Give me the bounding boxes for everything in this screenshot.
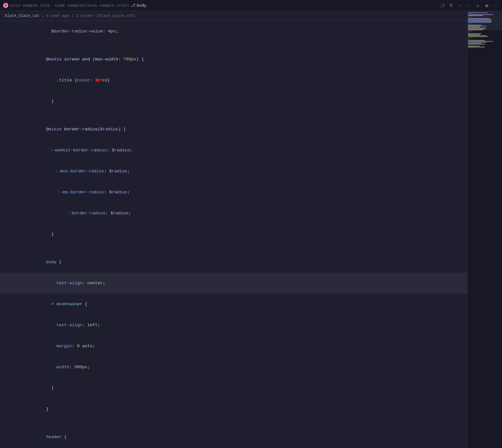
code-editor[interactable]: $border-radius-value: 4px; ⌄ @media scre… [0, 21, 467, 445]
code-line: } [0, 224, 467, 245]
more-menu-button[interactable]: ··· [492, 2, 499, 9]
go-forward-button[interactable]: → [466, 2, 472, 9]
breadcrumb: scss-sample.scss code samples\scss-sampl… [10, 3, 147, 8]
code-line: $border-radius-value: 4px; [0, 21, 467, 42]
code-line: ⌄ > #container { [0, 294, 467, 315]
code-line: -ms-border-radius: $radius; [0, 182, 467, 203]
code-line: ⌄ @mixin border-radius($radius) { [0, 119, 467, 140]
code-line: width: 500px; [0, 357, 467, 378]
breadcrumb-filename: scss-sample.scss [10, 3, 50, 8]
follow-cursor-button[interactable]: ◎ [475, 2, 481, 9]
sidebar-toggle-button[interactable]: ▣ [484, 2, 490, 9]
editor: black_black_cat , a year ago | 1 author … [0, 11, 467, 448]
breadcrumb-symbol: ⎇ [131, 3, 135, 8]
code-line: ⌄ @media screen and (max-width: 768px) { [0, 49, 467, 70]
code-line: text-align: left; [0, 315, 467, 336]
breadcrumb-symbol-name: body [137, 3, 147, 8]
git-blame-bar: black_black_cat , a year ago | 1 author … [0, 11, 467, 21]
code-line-header: ⌄ header { [0, 427, 467, 445]
titlebar-actions: ⎇ ⧉ ← → ◎ ▣ ··· [439, 2, 499, 9]
code-line: .title {color: red} [0, 70, 467, 91]
go-back-button[interactable]: ← [457, 2, 463, 9]
split-editor-button[interactable]: ⧉ [448, 2, 454, 9]
code-line [0, 42, 467, 49]
code-line: } [0, 91, 467, 112]
blame-separator: | [72, 14, 76, 18]
blame-author: black_black_cat [5, 14, 39, 18]
code-line: -moz-border-radius: $radius; [0, 161, 467, 182]
source-control-button[interactable]: ⎇ [439, 2, 445, 9]
code-line: } [0, 378, 467, 399]
code-line: } [0, 399, 467, 420]
minimap-viewport [467, 11, 502, 30]
blame-time: , [42, 14, 46, 18]
code-line: margin: 0 auto; [0, 336, 467, 357]
app-icon: S [3, 3, 8, 8]
code-line [0, 420, 467, 427]
blame-time-value: a year ago [46, 14, 69, 18]
code-line: text-align: center; [0, 273, 467, 294]
titlebar: S scss-sample.scss code samples\scss-sam… [0, 0, 502, 11]
blame-authors: 1 author (black_black_cat) [76, 14, 135, 18]
code-line [0, 112, 467, 119]
code-line [0, 245, 467, 252]
color-swatch-red [96, 79, 99, 82]
main-layout: black_black_cat , a year ago | 1 author … [0, 11, 502, 448]
code-line: ⌄ body { [0, 252, 467, 273]
code-line: -webkit-border-radius: $radius; [0, 140, 467, 161]
minimap [467, 11, 502, 448]
code-line: border-radius: $radius; [0, 203, 467, 224]
